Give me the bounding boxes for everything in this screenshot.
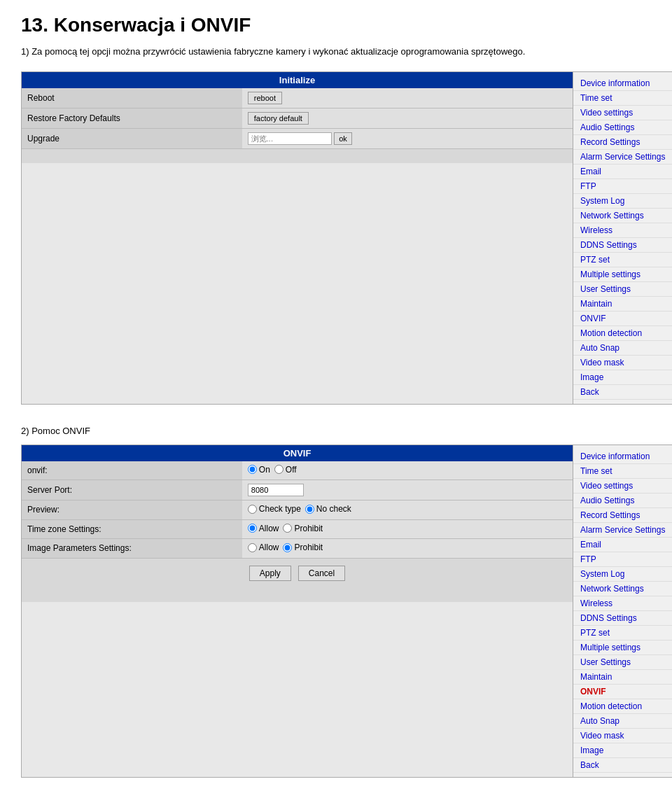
reboot-cell: reboot xyxy=(242,88,573,108)
sidebar-item-maintain[interactable]: Maintain xyxy=(573,297,672,312)
server-port-label: Server Port: xyxy=(22,480,242,500)
sidebar-item-record-settings[interactable]: Record Settings xyxy=(573,135,672,150)
onvif-footer xyxy=(22,588,573,602)
onvif-header: ONVIF xyxy=(22,445,573,461)
sidebar2-item-record-settings[interactable]: Record Settings xyxy=(573,508,672,523)
no-check-label[interactable]: No check xyxy=(305,504,351,514)
image-params-label: Image Parameters Settings: xyxy=(22,539,242,559)
sidebar2-item-back[interactable]: Back xyxy=(573,758,672,773)
onvif-button-row: Apply Cancel xyxy=(22,559,573,588)
sidebar2-item-onvif[interactable]: ONVIF xyxy=(573,685,672,699)
sidebar-item-image[interactable]: Image xyxy=(573,370,672,385)
initialize-footer xyxy=(22,149,573,163)
check-type-label[interactable]: Check type xyxy=(248,504,301,514)
sidebar2-item-network-settings[interactable]: Network Settings xyxy=(573,582,672,596)
cancel-button[interactable]: Cancel xyxy=(298,566,345,581)
preview-label: Preview: xyxy=(22,500,242,520)
timezone-prohibit-radio[interactable] xyxy=(283,524,292,533)
onvif-radio-cell: On Off xyxy=(242,461,573,480)
sidebar2-item-motion-detection[interactable]: Motion detection xyxy=(573,699,672,714)
apply-button[interactable]: Apply xyxy=(249,566,291,581)
sidebar2-item-audio-settings[interactable]: Audio Settings xyxy=(573,493,672,508)
factory-default-button[interactable]: factory default xyxy=(248,112,309,125)
intro-text: 1) Za pomocą tej opcji można przywrócić … xyxy=(21,45,651,59)
sidebar2-item-time-set[interactable]: Time set xyxy=(573,464,672,479)
sidebar-item-multiple-settings[interactable]: Multiple settings xyxy=(573,267,672,282)
sidebar2-item-ftp[interactable]: FTP xyxy=(573,552,672,567)
onvif-on-label[interactable]: On xyxy=(248,465,270,475)
timezone-allow-radio[interactable] xyxy=(248,524,257,533)
sidebar-item-onvif[interactable]: ONVIF xyxy=(573,312,672,326)
sidebar2-item-ptz-set[interactable]: PTZ set xyxy=(573,626,672,640)
onvif-label: onvif: xyxy=(22,461,242,480)
table-row: Time zone Settings: Allow Prohibit xyxy=(22,519,573,539)
page-title: 13. Konserwacja i ONVIF xyxy=(21,14,651,36)
table-row: Upgrade ok xyxy=(22,128,573,148)
upgrade-input[interactable] xyxy=(248,132,332,145)
image-params-cell: Allow Prohibit xyxy=(242,539,573,559)
onvif-table: onvif: On Off Server Port: xyxy=(22,461,573,559)
sidebar-item-video-mask[interactable]: Video mask xyxy=(573,356,672,370)
sidebar-item-alarm-service[interactable]: Alarm Service Settings xyxy=(573,150,672,164)
initialize-header: Initialize xyxy=(22,72,573,88)
sidebar2-item-auto-snap[interactable]: Auto Snap xyxy=(573,714,672,729)
image-params-radio-group: Allow Prohibit xyxy=(248,542,323,552)
initialize-main: Initialize Reboot reboot Restore Factory… xyxy=(22,72,573,404)
sidebar2-item-alarm-service[interactable]: Alarm Service Settings xyxy=(573,523,672,538)
sidebar-item-back[interactable]: Back xyxy=(573,385,672,400)
sidebar-item-time-set[interactable]: Time set xyxy=(573,91,672,106)
restore-cell: factory default xyxy=(242,108,573,128)
sidebar-item-network-settings[interactable]: Network Settings xyxy=(573,209,672,223)
upgrade-label: Upgrade xyxy=(22,128,242,148)
onvif-on-radio[interactable] xyxy=(248,465,257,474)
initialize-sidebar: Device information Time set Video settin… xyxy=(573,72,672,404)
timezone-radio-group: Allow Prohibit xyxy=(248,524,323,533)
onvif-main: ONVIF onvif: On Off Server Port: xyxy=(22,445,573,777)
image-prohibit-radio[interactable] xyxy=(283,543,292,552)
section2-label: 2) Pomoc ONVIF xyxy=(21,426,651,436)
sidebar-item-system-log[interactable]: System Log xyxy=(573,194,672,209)
sidebar2-item-user-settings[interactable]: User Settings xyxy=(573,655,672,670)
sidebar-item-audio-settings[interactable]: Audio Settings xyxy=(573,120,672,135)
table-row: Restore Factory Defaults factory default xyxy=(22,108,573,128)
sidebar2-item-system-log[interactable]: System Log xyxy=(573,567,672,582)
check-type-radio[interactable] xyxy=(248,505,257,514)
sidebar2-item-multiple-settings[interactable]: Multiple settings xyxy=(573,640,672,655)
reboot-button[interactable]: reboot xyxy=(248,92,282,104)
onvif-panel: ONVIF onvif: On Off Server Port: xyxy=(21,444,672,778)
sidebar-item-user-settings[interactable]: User Settings xyxy=(573,282,672,297)
table-row: Reboot reboot xyxy=(22,88,573,108)
sidebar2-item-maintain[interactable]: Maintain xyxy=(573,670,672,685)
upgrade-ok-button[interactable]: ok xyxy=(334,132,352,145)
table-row: Preview: Check type No check xyxy=(22,500,573,520)
image-allow-label[interactable]: Allow xyxy=(248,542,279,552)
sidebar-item-ddns-settings[interactable]: DDNS Settings xyxy=(573,238,672,253)
sidebar2-item-email[interactable]: Email xyxy=(573,538,672,552)
image-prohibit-label[interactable]: Prohibit xyxy=(283,542,323,552)
sidebar2-item-image[interactable]: Image xyxy=(573,743,672,758)
sidebar2-item-ddns-settings[interactable]: DDNS Settings xyxy=(573,611,672,626)
sidebar-item-device-information[interactable]: Device information xyxy=(573,76,672,91)
sidebar2-item-device-information[interactable]: Device information xyxy=(573,449,672,464)
sidebar-item-motion-detection[interactable]: Motion detection xyxy=(573,326,672,341)
no-check-radio[interactable] xyxy=(305,505,314,514)
initialize-panel: Initialize Reboot reboot Restore Factory… xyxy=(21,71,672,405)
table-row: Server Port: xyxy=(22,480,573,500)
sidebar-item-wireless[interactable]: Wireless xyxy=(573,223,672,238)
image-allow-radio[interactable] xyxy=(248,543,257,552)
sidebar-item-auto-snap[interactable]: Auto Snap xyxy=(573,341,672,356)
sidebar2-item-video-settings[interactable]: Video settings xyxy=(573,479,672,493)
sidebar-item-ptz-set[interactable]: PTZ set xyxy=(573,253,672,267)
timezone-allow-label[interactable]: Allow xyxy=(248,524,279,533)
onvif-off-label[interactable]: Off xyxy=(274,465,297,475)
server-port-input[interactable] xyxy=(248,484,304,496)
sidebar-item-email[interactable]: Email xyxy=(573,164,672,179)
sidebar-item-ftp[interactable]: FTP xyxy=(573,179,672,194)
timezone-label: Time zone Settings: xyxy=(22,519,242,539)
sidebar2-item-video-mask[interactable]: Video mask xyxy=(573,729,672,743)
upgrade-cell: ok xyxy=(242,128,573,148)
sidebar-item-video-settings[interactable]: Video settings xyxy=(573,106,672,120)
timezone-prohibit-label[interactable]: Prohibit xyxy=(283,524,323,533)
sidebar2-item-wireless[interactable]: Wireless xyxy=(573,596,672,611)
onvif-off-radio[interactable] xyxy=(274,465,284,474)
